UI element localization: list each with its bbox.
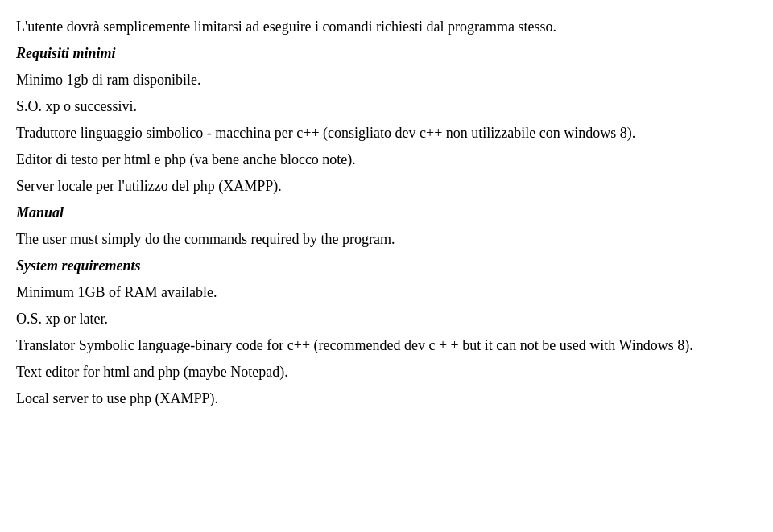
requisiti-line2: S.O. xp o successivi. [16,96,741,118]
manual-title: Manual [16,202,741,224]
manual-title-text: Manual [16,204,64,221]
system-requirements-line5: Local server to use php (XAMPP). [16,388,741,410]
requisiti-section: Requisiti minimi Minimo 1gb di ram dispo… [16,43,741,197]
requisiti-line4: Editor di testo per html e php (va bene … [16,149,741,171]
intro-paragraph: L'utente dovrà semplicemente limitarsi a… [16,16,741,38]
system-requirements-title: System requirements [16,255,741,277]
requisiti-line5: Server locale per l'utilizzo del php (XA… [16,175,741,197]
system-requirements-line1: Minimum 1GB of RAM available. [16,282,741,303]
system-requirements-section: System requirements Minimum 1GB of RAM a… [16,255,741,410]
manual-line1: The user must simply do the commands req… [16,229,741,250]
system-requirements-line4: Text editor for html and php (maybe Note… [16,361,741,383]
system-requirements-line3: Translator Symbolic language-binary code… [16,335,741,357]
main-content: L'utente dovrà semplicemente limitarsi a… [16,16,741,410]
manual-section: Manual The user must simply do the comma… [16,202,741,250]
system-requirements-line2: O.S. xp or later. [16,308,741,330]
system-requirements-title-text: System requirements [16,258,141,274]
requisiti-line3: Traduttore linguaggio simbolico - macchi… [16,122,741,144]
requisiti-line1: Minimo 1gb di ram disponibile. [16,69,741,91]
requisiti-title-text: Requisiti minimi [16,45,116,61]
requisiti-title: Requisiti minimi [16,43,741,64]
